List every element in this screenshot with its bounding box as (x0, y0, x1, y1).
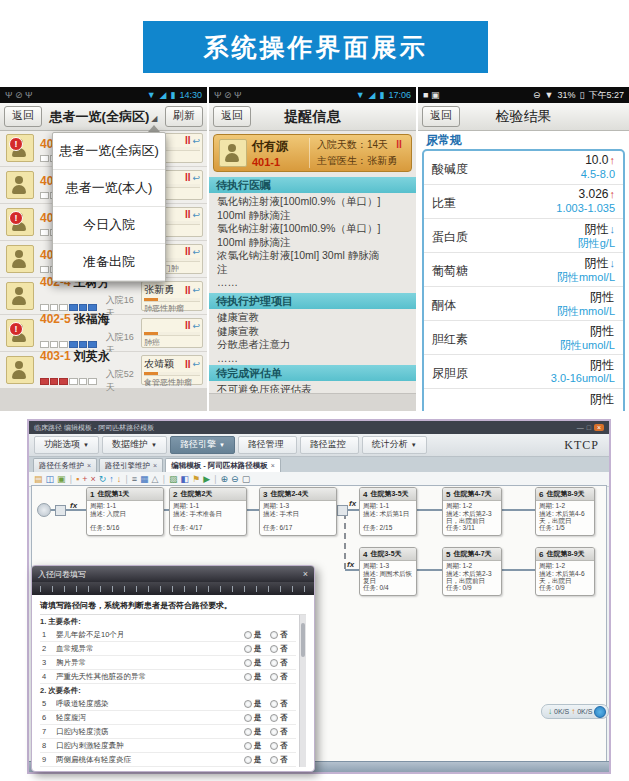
move-down-icon[interactable]: ↓ (117, 473, 122, 485)
radio-icon[interactable] (244, 700, 252, 708)
radio-yes[interactable]: 是 (244, 713, 270, 723)
menu-button[interactable]: 路径管理 (238, 436, 297, 454)
radio-yes[interactable]: 是 (244, 630, 270, 640)
lab-row[interactable]: 蛋白质 阴性↓ 阴性g/L (424, 219, 623, 253)
tab-close-icon[interactable]: × (271, 462, 275, 469)
align-icon[interactable]: ≡ (132, 473, 137, 485)
run-icon[interactable]: ▶ (203, 473, 210, 485)
radio-yes[interactable]: 是 (244, 741, 270, 751)
radio-icon[interactable] (270, 742, 278, 750)
maximize-icon[interactable]: □ (587, 424, 591, 431)
care-card[interactable]: II↩ 肺癌 (141, 318, 203, 348)
radio-icon[interactable] (244, 728, 252, 736)
dropdown-item[interactable]: 患者一览(全病区) (53, 133, 165, 170)
fx-condition[interactable]: fx (70, 501, 77, 510)
radio-icon[interactable] (270, 756, 278, 764)
radio-yes[interactable]: 是 (244, 672, 270, 682)
radio-icon[interactable] (244, 645, 252, 653)
flow-node[interactable]: 4住院3-5天 周期: 1-3描述: 周围术后恢复日 任务: 0/4 (359, 547, 417, 596)
zoom-out-icon[interactable]: ⊖ (231, 473, 239, 485)
document-tab[interactable]: 路径任务维护× (33, 458, 97, 472)
radio-yes[interactable]: 是 (244, 699, 270, 709)
zoom-in-icon[interactable]: ⊕ (221, 473, 229, 485)
dropdown-item[interactable]: 患者一览(本人) (53, 170, 165, 207)
radio-yes[interactable]: 是 (244, 658, 270, 668)
radio-icon[interactable] (270, 728, 278, 736)
dropdown-item[interactable]: 今日入院 (53, 207, 165, 244)
radio-no[interactable]: 否 (270, 741, 296, 751)
lab-row[interactable]: 尿胆原 阴性 3.0-16umol/L (424, 355, 623, 389)
menu-button[interactable]: 数据维护▼ (102, 436, 167, 454)
confirm-button[interactable]: 确定 (187, 771, 229, 772)
radio-yes[interactable]: 是 (244, 644, 270, 654)
table-icon[interactable]: ▨ (169, 473, 178, 485)
window-titlebar[interactable]: 临床路径 编辑模板 - 阿司匹林路径模板 — □ × (29, 421, 609, 434)
back-button[interactable]: 返回 (4, 106, 42, 127)
flow-node[interactable]: 1住院第1天 周期: 1-1描述: 入院日 任务: 5/16 (86, 487, 164, 536)
radio-icon[interactable] (270, 714, 278, 722)
refresh-button[interactable]: 刷新 (165, 106, 203, 127)
tree-icon[interactable]: △ (152, 473, 159, 485)
radio-icon[interactable] (270, 700, 278, 708)
radio-yes[interactable]: 是 (244, 755, 270, 765)
flow-node[interactable]: 5住院第4-7天 周期: 1-2描述: 术后第2-3日，出院前日 任务: 3/1… (442, 487, 502, 536)
radio-icon[interactable] (270, 631, 278, 639)
menu-button[interactable]: 统计分析▼ (362, 436, 427, 454)
minimize-icon[interactable]: — (577, 424, 584, 431)
flag-icon[interactable]: ⚑ (192, 473, 200, 485)
monitor-icon[interactable]: ▢ (242, 473, 251, 485)
radio-yes[interactable]: 是 (244, 727, 270, 737)
flow-node[interactable]: 2住院第2天 周期: 1-1描述: 手术准备日 任务: 4/17 (169, 487, 247, 536)
dialog-titlebar[interactable]: 入径问卷填写 × (32, 566, 314, 582)
patient-row[interactable]: 403-1刘英永 入院52天 农靖颖II↩ 食管恶性肿瘤 (0, 352, 207, 388)
radio-icon[interactable] (244, 659, 252, 667)
document-tab[interactable]: 路径引擎维护× (99, 458, 163, 472)
tab-close-icon[interactable]: × (153, 462, 157, 469)
panel-icon[interactable]: ▦ (140, 473, 149, 485)
add-node-icon[interactable]: ▪ (76, 473, 79, 485)
cancel-button[interactable]: 取消 (238, 771, 280, 772)
menu-button[interactable]: 功能选项▼ (34, 436, 99, 454)
fx-condition[interactable]: fx (347, 560, 354, 569)
save-icon[interactable]: ◫ (46, 473, 55, 485)
radio-icon[interactable] (244, 714, 252, 722)
close-icon[interactable]: × (594, 424, 604, 431)
radio-icon[interactable] (244, 631, 252, 639)
delete-node-icon[interactable]: × (91, 473, 96, 485)
radio-icon[interactable] (244, 742, 252, 750)
open-icon[interactable]: ▤ (34, 473, 43, 485)
lab-row[interactable]: 葡萄糖 阴性↓ 阴性mmol/L (424, 253, 623, 287)
save-all-icon[interactable]: ▣ (57, 473, 66, 485)
move-up-icon[interactable]: ↑ (109, 473, 114, 485)
flow-node[interactable]: 3住院第2-4天 周期: 1-3描述: 手术日 任务: 6/17 (259, 487, 337, 536)
flow-node[interactable]: 6住院第8-9天 周期: 1-2描述: 术后第4-6天，出院日 任务: 1/5 (535, 487, 595, 536)
radio-icon[interactable] (244, 673, 252, 681)
flow-node[interactable]: 4住院第3-5天 周期: 1-1描述: 术后第1日 任务: 2/15 (359, 487, 417, 536)
dropdown-item[interactable]: 准备出院 (53, 244, 165, 281)
network-speed-badge[interactable]: ↓ 0K/S ↑ 0K/S (541, 704, 609, 719)
lab-row[interactable]: 比重 3.026↑ 1.003-1.035 (424, 185, 623, 219)
flow-start-node[interactable] (37, 503, 51, 517)
radio-icon[interactable] (244, 756, 252, 764)
refresh-icon[interactable]: ↻ (99, 473, 107, 485)
document-tab[interactable]: 编辑模板 - 阿司匹林路径模板× (165, 458, 281, 472)
radio-no[interactable]: 否 (270, 658, 296, 668)
menu-button[interactable]: 路径引擎▼ (170, 436, 235, 454)
radio-no[interactable]: 否 (270, 672, 296, 682)
radio-no[interactable]: 否 (270, 699, 296, 709)
close-icon[interactable]: × (303, 569, 308, 579)
lab-row[interactable]: 胆红素 阴性 阴性umol/L (424, 321, 623, 355)
flow-junction[interactable] (337, 505, 348, 516)
scrollbar[interactable] (299, 615, 306, 767)
patient-summary-card[interactable]: 付有源 401-1 入院天数：14天II 主管医生：张新勇 (213, 134, 412, 172)
radio-no[interactable]: 否 (270, 630, 296, 640)
radio-icon[interactable] (270, 645, 278, 653)
tab-close-icon[interactable]: × (87, 462, 91, 469)
scrollbar-thumb[interactable] (301, 623, 305, 657)
radio-icon[interactable] (270, 673, 278, 681)
radio-no[interactable]: 否 (270, 713, 296, 723)
lab-row[interactable]: 酸碱度 10.0↑ 4.5-8.0 (424, 151, 623, 185)
care-card[interactable]: 张新勇II↩ 肺恶性肿瘤 (141, 281, 203, 311)
flow-node[interactable]: 5住院第4-7天 周期: 1-2描述: 术后第2-3日，出院前日 任务: 0/9 (442, 547, 502, 596)
radio-no[interactable]: 否 (270, 727, 296, 737)
